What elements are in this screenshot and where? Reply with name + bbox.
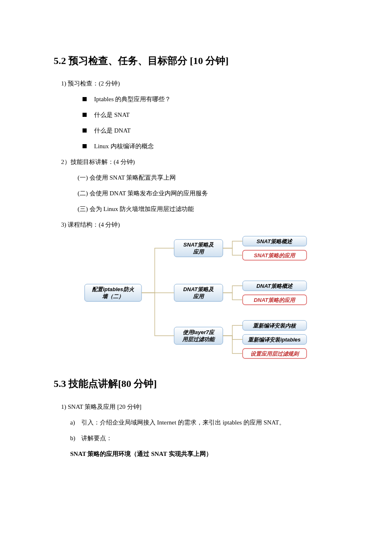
fc-b2c1: DNAT策略概述 — [256, 283, 293, 289]
section-5-2-heading: 5.2 预习检查、任务、目标部分 [10 分钟] — [54, 53, 338, 69]
fc-b3c1: 重新编译安装内核 — [253, 323, 297, 329]
preview-q2: 什么是 SNAT — [83, 110, 338, 120]
fc-b3-l2: 用层过滤功能 — [182, 336, 215, 342]
skill-goal-1: (一) 会使用 SNAT 策略配置共享上网 — [78, 173, 338, 183]
fc-b3c2: 重新编译安装iptables — [248, 337, 300, 343]
square-bullet-icon — [83, 97, 87, 101]
preview-q4-text: Linux 内核编译的概念 — [94, 141, 154, 151]
fc-b2-l1: DNAT策略及 — [183, 286, 214, 292]
skill-goal-title: 2）技能目标讲解：(4 分钟) — [61, 157, 338, 167]
item-a: a) 引入：介绍企业局域网接入 Internet 的需求，来引出 iptable… — [70, 417, 338, 427]
square-bullet-icon — [83, 113, 87, 117]
fc-b2-l2: 应用 — [193, 293, 205, 299]
skill-goal-3: (三) 会为 Linux 防火墙增加应用层过滤功能 — [78, 204, 338, 214]
preview-q3-text: 什么是 DNAT — [94, 126, 131, 135]
fc-b3-l1: 使用layer7应 — [183, 329, 215, 335]
fc-root-l1: 配置iptables防火 — [92, 286, 134, 292]
fc-b1-l1: SNAT策略及 — [183, 242, 213, 248]
square-bullet-icon — [83, 144, 87, 148]
snat-env-bold: SNAT 策略的应用环境（通过 SNAT 实现共享上网） — [70, 449, 338, 459]
fc-root-l2: 墙（二） — [102, 293, 124, 299]
item-b: b) 讲解要点： — [70, 433, 338, 443]
preview-check-title: 1) 预习检查：(2 分钟) — [61, 78, 338, 88]
fc-b1-l2: 应用 — [193, 249, 205, 255]
fc-b1c1: SNAT策略概述 — [257, 238, 293, 244]
fc-b1c2: SNAT策略的应用 — [254, 252, 295, 259]
preview-q2-text: 什么是 SNAT — [94, 110, 130, 120]
preview-q1-text: Iptables 的典型应用有哪些？ — [94, 94, 171, 104]
snat-topic-title: 1) SNAT 策略及应用 [20 分钟] — [61, 402, 338, 412]
course-structure-title: 3) 课程结构：(4 分钟) — [61, 220, 338, 230]
preview-q4: Linux 内核编译的概念 — [83, 141, 338, 151]
fc-b2c2: DNAT策略的应用 — [254, 297, 296, 303]
preview-q1: Iptables 的典型应用有哪些？ — [83, 94, 338, 104]
square-bullet-icon — [83, 128, 87, 133]
section-5-3-heading: 5.3 技能点讲解[80 分钟] — [54, 376, 338, 391]
fc-b3c3: 设置应用层过滤规则 — [250, 351, 300, 357]
preview-q3: 什么是 DNAT — [83, 126, 338, 135]
skill-goal-2: (二) 会使用 DNAT 策略发布企业内网的应用服务 — [78, 188, 338, 198]
course-structure-flowchart: 配置iptables防火 墙（二） SNAT策略及 应用 DNAT策略及 应用 … — [80, 235, 312, 363]
